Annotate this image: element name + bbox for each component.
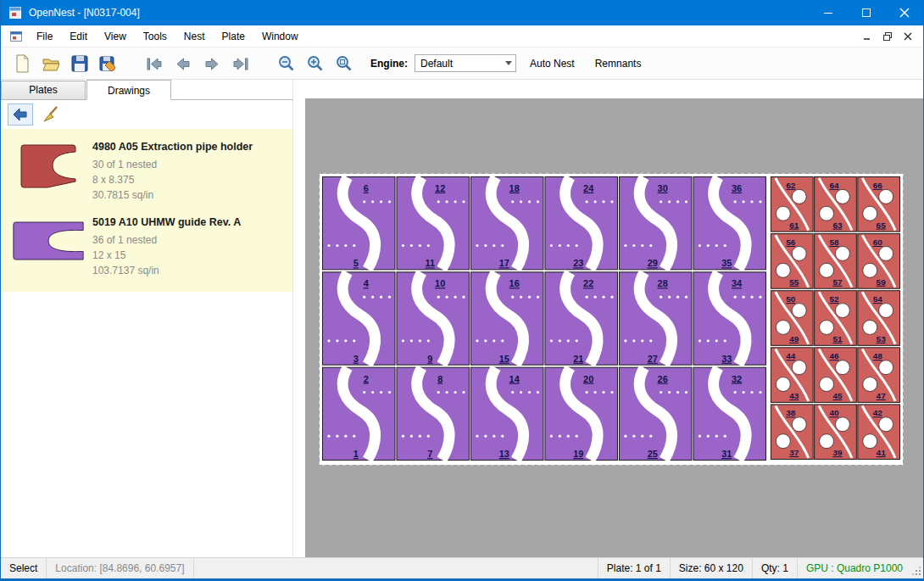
title-bar: OpenNest - [N0317-004] bbox=[1, 0, 923, 25]
nested-part-pair-purple[interactable]: 43 bbox=[322, 272, 395, 365]
open-folder-icon bbox=[41, 53, 61, 74]
maximize-button[interactable] bbox=[847, 0, 885, 25]
nested-part-pair-purple[interactable]: 1615 bbox=[470, 272, 543, 365]
last-plate-button[interactable] bbox=[226, 51, 255, 76]
mdi-close-button[interactable] bbox=[898, 27, 918, 46]
menu-plate[interactable]: Plate bbox=[214, 26, 253, 47]
nested-part-pair-purple[interactable]: 3635 bbox=[693, 176, 766, 269]
mdi-minimize-icon bbox=[863, 32, 871, 41]
nested-part-pair-purple[interactable]: 87 bbox=[397, 367, 470, 460]
menu-window[interactable]: Window bbox=[253, 26, 307, 47]
nested-part-pair-purple[interactable]: 3231 bbox=[693, 367, 766, 460]
part-number: 33 bbox=[721, 354, 732, 364]
engine-select[interactable]: Default bbox=[415, 54, 516, 72]
engine-label: Engine: bbox=[370, 58, 408, 70]
nested-part-pair-red[interactable]: 5251 bbox=[815, 291, 857, 346]
menu-tools[interactable]: Tools bbox=[135, 26, 175, 47]
nested-part-pair-red[interactable]: 4241 bbox=[858, 405, 900, 460]
nested-part-pair-red[interactable]: 6261 bbox=[771, 176, 813, 232]
mdi-minimize-button[interactable] bbox=[857, 27, 877, 46]
part-number: 26 bbox=[658, 374, 668, 384]
previous-plate-button[interactable] bbox=[169, 51, 198, 76]
part-number: 18 bbox=[509, 183, 520, 193]
drawing-title: 4980 A05 Extraction pipe holder bbox=[92, 141, 286, 153]
plate-svg[interactable]: 6512111817242330293635431091615222128273… bbox=[319, 173, 904, 466]
part-number: 52 bbox=[829, 294, 839, 304]
part-number: 39 bbox=[832, 448, 843, 457]
nested-part-pair-purple[interactable]: 2019 bbox=[545, 367, 618, 460]
nested-part-pair-purple[interactable]: 109 bbox=[397, 272, 470, 365]
nested-part-pair-purple[interactable]: 1211 bbox=[397, 176, 470, 269]
nested-part-pair-purple[interactable]: 3433 bbox=[693, 272, 766, 365]
menu-file[interactable]: File bbox=[28, 26, 61, 47]
nested-part-pair-red[interactable]: 4443 bbox=[771, 348, 813, 403]
nest-canvas[interactable]: 6512111817242330293635431091615222128273… bbox=[293, 80, 923, 557]
drawing-area: 30.7815 sq/in bbox=[92, 187, 286, 203]
auto-nest-button[interactable]: Auto Nest bbox=[523, 53, 582, 75]
part-number: 65 bbox=[877, 221, 887, 230]
menu-view[interactable]: View bbox=[96, 26, 135, 47]
nested-part-pair-red[interactable]: 3837 bbox=[771, 405, 813, 460]
nested-part-pair-purple[interactable]: 2221 bbox=[545, 272, 618, 365]
nested-part-pair-red[interactable]: 5857 bbox=[815, 234, 857, 289]
nested-part-pair-purple[interactable]: 2625 bbox=[619, 367, 692, 460]
menu-nest[interactable]: Nest bbox=[175, 26, 214, 47]
nested-part-pair-purple[interactable]: 2827 bbox=[619, 272, 692, 365]
resize-grip[interactable] bbox=[911, 558, 923, 578]
drawing-item[interactable]: 4980 A05 Extraction pipe holder 30 of 1 … bbox=[1, 134, 292, 209]
nested-part-pair-red[interactable]: 6463 bbox=[815, 176, 857, 232]
nested-part-pair-red[interactable]: 4039 bbox=[815, 405, 857, 460]
save-button[interactable] bbox=[65, 51, 94, 76]
part-number: 50 bbox=[786, 294, 796, 304]
new-button[interactable] bbox=[8, 51, 36, 76]
tab-plates[interactable]: Plates bbox=[1, 81, 86, 99]
next-plate-button[interactable] bbox=[198, 51, 226, 76]
zoom-extents-icon bbox=[334, 53, 354, 74]
part-number: 45 bbox=[832, 391, 843, 400]
nested-part-pair-purple[interactable]: 2423 bbox=[545, 176, 618, 269]
drawing-title: 5019 A10 UHMW guide Rev. A bbox=[92, 216, 286, 228]
nested-part-pair-red[interactable]: 5655 bbox=[771, 234, 813, 289]
mdi-restore-button[interactable] bbox=[877, 27, 898, 46]
save-as-button[interactable] bbox=[94, 51, 123, 76]
toolbar: Engine: Default Auto Nest Remnants bbox=[1, 47, 923, 80]
drawing-size: 12 x 15 bbox=[92, 248, 286, 263]
nested-part-pair-red[interactable]: 4847 bbox=[858, 348, 900, 403]
part-number: 63 bbox=[832, 221, 843, 230]
minimize-button[interactable] bbox=[809, 0, 847, 25]
part-number: 14 bbox=[509, 374, 520, 384]
nested-part-pair-purple[interactable]: 1413 bbox=[470, 367, 543, 460]
remnants-button[interactable]: Remnants bbox=[588, 53, 648, 75]
part-number: 9 bbox=[427, 354, 432, 364]
menu-edit[interactable]: Edit bbox=[61, 26, 96, 47]
part-number: 62 bbox=[786, 181, 796, 190]
drawing-area: 103.7137 sq/in bbox=[92, 263, 286, 278]
close-button[interactable] bbox=[885, 0, 923, 25]
zoom-in-button[interactable] bbox=[301, 51, 330, 76]
part-number: 44 bbox=[786, 351, 796, 360]
part-number: 11 bbox=[425, 258, 435, 268]
part-number: 31 bbox=[721, 449, 732, 459]
zoom-extents-button[interactable] bbox=[330, 51, 359, 76]
part-number: 47 bbox=[877, 391, 887, 400]
canvas-background[interactable]: 6512111817242330293635431091615222128273… bbox=[305, 98, 923, 557]
clear-button[interactable] bbox=[38, 103, 64, 126]
nested-part-pair-red[interactable]: 5049 bbox=[771, 291, 813, 346]
send-to-nest-button[interactable] bbox=[8, 103, 33, 126]
nested-part-pair-red[interactable]: 5453 bbox=[858, 291, 900, 346]
first-plate-button[interactable] bbox=[140, 51, 169, 76]
chevron-down-icon bbox=[502, 61, 515, 65]
save-icon bbox=[70, 53, 90, 74]
open-button[interactable] bbox=[36, 51, 65, 76]
nested-part-pair-purple[interactable]: 65 bbox=[322, 176, 395, 269]
nested-part-pair-red[interactable]: 4645 bbox=[815, 348, 857, 403]
nested-part-pair-purple[interactable]: 3029 bbox=[619, 176, 692, 269]
tab-drawings[interactable]: Drawings bbox=[86, 80, 171, 100]
nested-part-pair-red[interactable]: 6665 bbox=[858, 176, 900, 232]
zoom-out-button[interactable] bbox=[272, 51, 301, 76]
status-bar: Select Location: [84.8696, 60.6957] Plat… bbox=[1, 557, 923, 578]
nested-part-pair-red[interactable]: 6059 bbox=[858, 234, 900, 289]
drawing-item[interactable]: 5019 A10 UHMW guide Rev. A 36 of 1 neste… bbox=[1, 209, 292, 285]
nested-part-pair-purple[interactable]: 1817 bbox=[470, 176, 543, 269]
nested-part-pair-purple[interactable]: 21 bbox=[322, 367, 395, 460]
